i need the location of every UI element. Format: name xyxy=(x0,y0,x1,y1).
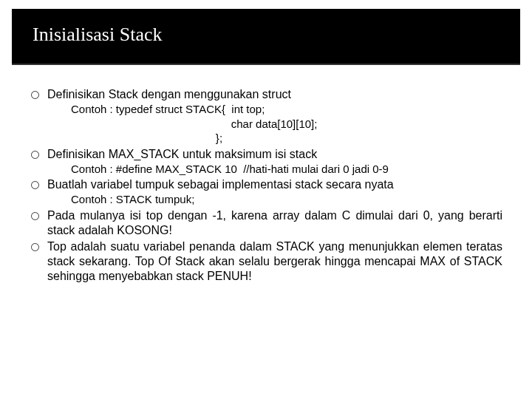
item-text: Pada mulanya isi top dengan -1, karena a… xyxy=(47,209,502,236)
bullet-list: Definisikan Stack dengan menggunakan str… xyxy=(30,87,502,284)
list-item: Buatlah variabel tumpuk sebagai implemen… xyxy=(30,177,502,207)
list-item: Top adalah suatu variabel penanda dalam … xyxy=(30,239,502,284)
item-text: Buatlah variabel tumpuk sebagai implemen… xyxy=(47,178,394,191)
list-item: Definisikan MAX_STACK untuk maksimum isi… xyxy=(30,147,502,177)
list-item: Definisikan Stack dengan menggunakan str… xyxy=(30,87,502,146)
item-text: Definisikan MAX_STACK untuk maksimum isi… xyxy=(47,148,317,160)
item-sub: Contoh : typedef struct STACK{ int top; … xyxy=(47,102,502,146)
slide-content: Definisikan Stack dengan menggunakan str… xyxy=(0,65,532,284)
slide: Inisialisasi Stack Definisikan Stack den… xyxy=(0,9,532,399)
slide-title: Inisialisasi Stack xyxy=(33,24,499,46)
item-text: Top adalah suatu variabel penanda dalam … xyxy=(47,240,502,282)
item-sub: Contoh : STACK tumpuk; xyxy=(47,192,502,207)
item-sub: Contoh : #define MAX_STACK 10 //hati-hat… xyxy=(47,162,502,177)
item-text: Definisikan Stack dengan menggunakan str… xyxy=(47,88,291,100)
list-item: Pada mulanya isi top dengan -1, karena a… xyxy=(30,208,502,238)
title-bar: Inisialisasi Stack xyxy=(12,9,520,65)
